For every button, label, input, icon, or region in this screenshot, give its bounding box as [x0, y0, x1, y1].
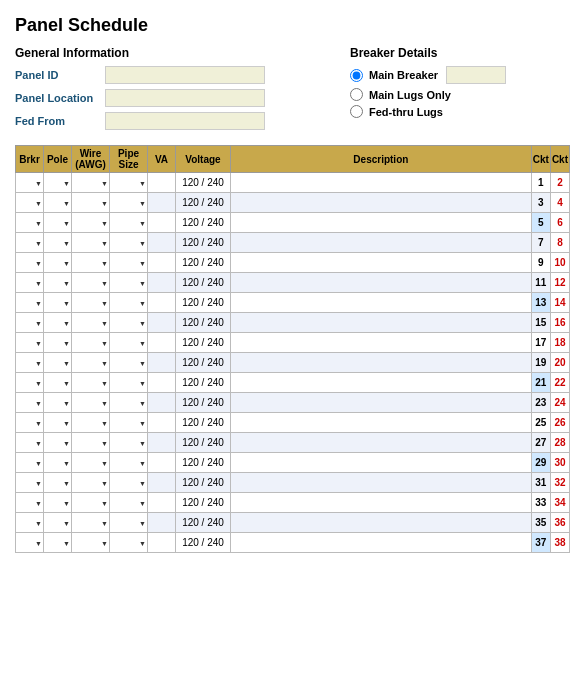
wire-select[interactable]: 12108 [72, 393, 109, 412]
pole-select[interactable]: 123 [44, 453, 71, 472]
wire-cell[interactable]: 12108 [72, 173, 110, 193]
brkr-select[interactable]: 152030 [16, 273, 43, 292]
pole-cell[interactable]: 123 [44, 313, 72, 333]
brkr-select[interactable]: 152030 [16, 233, 43, 252]
pole-select[interactable]: 123 [44, 413, 71, 432]
pipe-cell[interactable]: 1/2"3/4"1" [110, 293, 148, 313]
wire-cell[interactable]: 12108 [72, 333, 110, 353]
brkr-select[interactable]: 152030 [16, 313, 43, 332]
wire-cell[interactable]: 12108 [72, 213, 110, 233]
pipe-cell[interactable]: 1/2"3/4"1" [110, 533, 148, 553]
wire-select[interactable]: 12108 [72, 473, 109, 492]
brkr-cell[interactable]: 152030 [16, 353, 44, 373]
pole-cell[interactable]: 123 [44, 213, 72, 233]
brkr-cell[interactable]: 152030 [16, 513, 44, 533]
brkr-select[interactable]: 152030 [16, 373, 43, 392]
wire-select[interactable]: 12108 [72, 433, 109, 452]
brkr-select[interactable]: 152030 [16, 293, 43, 312]
pole-cell[interactable]: 123 [44, 493, 72, 513]
pole-select[interactable]: 123 [44, 433, 71, 452]
pole-cell[interactable]: 123 [44, 453, 72, 473]
pole-cell[interactable]: 123 [44, 173, 72, 193]
wire-select[interactable]: 12108 [72, 173, 109, 192]
pole-select[interactable]: 123 [44, 173, 71, 192]
brkr-select[interactable]: 152030 [16, 413, 43, 432]
brkr-cell[interactable]: 152030 [16, 253, 44, 273]
brkr-select[interactable]: 152030 [16, 193, 43, 212]
pipe-cell[interactable]: 1/2"3/4"1" [110, 173, 148, 193]
wire-cell[interactable]: 12108 [72, 353, 110, 373]
pipe-select[interactable]: 1/2"3/4"1" [110, 473, 147, 492]
pole-cell[interactable]: 123 [44, 373, 72, 393]
pole-cell[interactable]: 123 [44, 533, 72, 553]
pole-cell[interactable]: 123 [44, 193, 72, 213]
wire-select[interactable]: 12108 [72, 353, 109, 372]
pipe-select[interactable]: 1/2"3/4"1" [110, 353, 147, 372]
brkr-cell[interactable]: 152030 [16, 313, 44, 333]
wire-select[interactable]: 12108 [72, 233, 109, 252]
fed-from-input[interactable] [105, 112, 265, 130]
pipe-cell[interactable]: 1/2"3/4"1" [110, 513, 148, 533]
brkr-cell[interactable]: 152030 [16, 213, 44, 233]
pole-select[interactable]: 123 [44, 493, 71, 512]
wire-select[interactable]: 12108 [72, 413, 109, 432]
pole-cell[interactable]: 123 [44, 473, 72, 493]
brkr-cell[interactable]: 152030 [16, 433, 44, 453]
pipe-select[interactable]: 1/2"3/4"1" [110, 233, 147, 252]
wire-cell[interactable]: 12108 [72, 193, 110, 213]
brkr-cell[interactable]: 152030 [16, 373, 44, 393]
pipe-select[interactable]: 1/2"3/4"1" [110, 373, 147, 392]
wire-select[interactable]: 12108 [72, 533, 109, 552]
pole-cell[interactable]: 123 [44, 513, 72, 533]
brkr-cell[interactable]: 152030 [16, 533, 44, 553]
wire-cell[interactable]: 12108 [72, 393, 110, 413]
pipe-select[interactable]: 1/2"3/4"1" [110, 173, 147, 192]
pole-cell[interactable]: 123 [44, 393, 72, 413]
pipe-cell[interactable]: 1/2"3/4"1" [110, 213, 148, 233]
brkr-select[interactable]: 152030 [16, 433, 43, 452]
pole-cell[interactable]: 123 [44, 253, 72, 273]
brkr-cell[interactable]: 152030 [16, 273, 44, 293]
wire-cell[interactable]: 12108 [72, 413, 110, 433]
wire-select[interactable]: 12108 [72, 493, 109, 512]
brkr-select[interactable]: 152030 [16, 353, 43, 372]
pipe-cell[interactable]: 1/2"3/4"1" [110, 353, 148, 373]
pipe-select[interactable]: 1/2"3/4"1" [110, 433, 147, 452]
brkr-cell[interactable]: 152030 [16, 473, 44, 493]
wire-cell[interactable]: 12108 [72, 433, 110, 453]
wire-cell[interactable]: 12108 [72, 253, 110, 273]
wire-select[interactable]: 12108 [72, 453, 109, 472]
brkr-cell[interactable]: 152030 [16, 493, 44, 513]
wire-cell[interactable]: 12108 [72, 273, 110, 293]
wire-cell[interactable]: 12108 [72, 473, 110, 493]
pipe-cell[interactable]: 1/2"3/4"1" [110, 373, 148, 393]
wire-select[interactable]: 12108 [72, 193, 109, 212]
pipe-cell[interactable]: 1/2"3/4"1" [110, 493, 148, 513]
brkr-select[interactable]: 152030 [16, 173, 43, 192]
brkr-cell[interactable]: 152030 [16, 413, 44, 433]
wire-cell[interactable]: 12108 [72, 513, 110, 533]
pole-select[interactable]: 123 [44, 193, 71, 212]
wire-cell[interactable]: 12108 [72, 533, 110, 553]
pipe-cell[interactable]: 1/2"3/4"1" [110, 393, 148, 413]
pipe-select[interactable]: 1/2"3/4"1" [110, 333, 147, 352]
pipe-select[interactable]: 1/2"3/4"1" [110, 493, 147, 512]
panel-location-input[interactable] [105, 89, 265, 107]
wire-cell[interactable]: 12108 [72, 313, 110, 333]
wire-cell[interactable]: 12108 [72, 493, 110, 513]
pole-select[interactable]: 123 [44, 333, 71, 352]
brkr-select[interactable]: 152030 [16, 533, 43, 552]
wire-select[interactable]: 12108 [72, 313, 109, 332]
wire-cell[interactable]: 12108 [72, 233, 110, 253]
brkr-cell[interactable]: 152030 [16, 333, 44, 353]
pipe-select[interactable]: 1/2"3/4"1" [110, 273, 147, 292]
pole-cell[interactable]: 123 [44, 233, 72, 253]
brkr-select[interactable]: 152030 [16, 473, 43, 492]
pole-select[interactable]: 123 [44, 393, 71, 412]
pole-cell[interactable]: 123 [44, 293, 72, 313]
pipe-select[interactable]: 1/2"3/4"1" [110, 213, 147, 232]
main-breaker-radio[interactable] [350, 69, 363, 82]
pole-select[interactable]: 123 [44, 373, 71, 392]
pipe-cell[interactable]: 1/2"3/4"1" [110, 433, 148, 453]
brkr-select[interactable]: 152030 [16, 213, 43, 232]
